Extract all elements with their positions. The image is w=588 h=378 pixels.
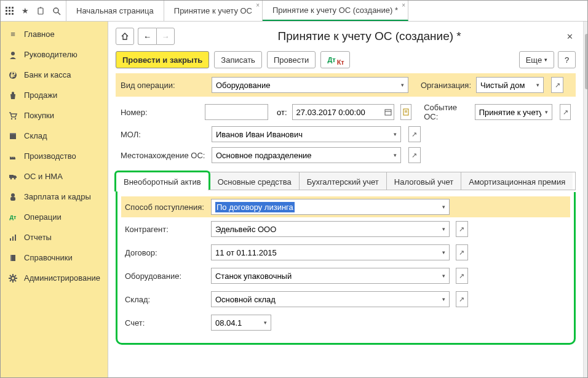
svg-line-34 (10, 275, 11, 276)
chevron-down-icon[interactable]: ▾ (533, 77, 544, 93)
sidebar-item-bank[interactable]: ₽Банк и касса (1, 65, 108, 85)
mol-select[interactable]: Иванов Иван Иванович▾ (212, 126, 401, 142)
open-button[interactable]: ↗ (551, 77, 563, 93)
svg-point-12 (11, 52, 15, 55)
close-button[interactable]: ✕ (564, 30, 576, 44)
chevron-down-icon[interactable]: ▾ (439, 268, 450, 284)
scrollbar-thumb[interactable] (585, 34, 588, 89)
open-button[interactable]: ↗ (408, 147, 421, 163)
svg-point-16 (15, 118, 16, 119)
history-icon[interactable] (36, 7, 45, 15)
forward-button[interactable]: → (156, 28, 175, 45)
svg-rect-8 (12, 13, 14, 15)
back-button[interactable]: ← (138, 28, 156, 45)
post-and-close-button[interactable]: Провести и закрыть (116, 51, 209, 68)
more-button[interactable]: Еще ▾ (519, 51, 554, 68)
factory-icon (8, 152, 18, 161)
sidebar-item-purchases[interactable]: Покупки (1, 105, 108, 126)
chevron-down-icon[interactable]: ▾ (439, 199, 450, 215)
close-icon[interactable]: × (402, 2, 405, 9)
number-input[interactable] (205, 104, 268, 120)
svg-point-10 (54, 8, 58, 13)
svg-rect-24 (10, 238, 11, 241)
chevron-down-icon[interactable]: ▾ (390, 126, 401, 142)
svg-rect-5 (12, 10, 14, 12)
post-button[interactable]: Провести (267, 51, 316, 68)
tab-tax[interactable]: Налоговый учет (387, 172, 461, 191)
open-button[interactable]: ↗ (560, 104, 571, 120)
tab-fixed-assets[interactable]: Основные средства (210, 172, 300, 191)
warehouse-select[interactable]: Основной склад▾ (211, 291, 450, 307)
open-button[interactable]: ↗ (456, 291, 468, 307)
sidebar-item-assets[interactable]: ОС и НМА (1, 166, 108, 187)
method-label: Способ поступления: (125, 203, 207, 212)
location-select[interactable]: Основное подразделение▾ (212, 147, 401, 163)
dtkt-button[interactable]: ДтКт (320, 51, 350, 68)
equipment-select[interactable]: Станок упаковочный▾ (211, 268, 450, 284)
help-button[interactable]: ? (558, 51, 576, 68)
chevron-down-icon[interactable]: ▾ (260, 315, 271, 331)
save-button[interactable]: Записать (214, 51, 262, 68)
sidebar-item-hr[interactable]: Зарплата и кадры (1, 187, 108, 207)
calendar-icon[interactable] (383, 104, 394, 120)
svg-point-21 (14, 177, 16, 179)
menu-icon: ≡ (8, 30, 18, 39)
apps-icon[interactable] (6, 7, 14, 15)
tab-doc1[interactable]: Принятие к учету ОС× (164, 1, 263, 21)
sidebar-item-reports[interactable]: Отчеты (1, 227, 108, 247)
sidebar-item-main[interactable]: ≡Главное (1, 24, 108, 44)
svg-rect-7 (9, 13, 10, 15)
doc-icon[interactable] (400, 104, 412, 120)
sidebar: ≡Главное Руководителю ₽Банк и касса Прод… (1, 22, 108, 377)
open-button[interactable]: ↗ (456, 244, 468, 260)
event-select[interactable]: Принятие к учету▾ (475, 104, 552, 120)
sidebar-item-production[interactable]: Производство (1, 146, 108, 166)
chevron-down-icon[interactable]: ▾ (390, 147, 401, 163)
svg-rect-17 (10, 134, 16, 139)
tab-home[interactable]: Начальная страница (66, 1, 164, 21)
svg-line-35 (15, 280, 16, 281)
tab-depreciation[interactable]: Амортизационная премия (461, 172, 573, 191)
chevron-down-icon[interactable]: ▾ (439, 221, 450, 237)
search-icon[interactable] (52, 7, 61, 15)
sidebar-item-refs[interactable]: Справочники (1, 247, 108, 268)
gear-icon (8, 274, 18, 283)
open-button[interactable]: ↗ (456, 268, 468, 284)
date-input[interactable]: 27.03.2017 0:00:00 (292, 104, 394, 120)
content: ← → Принятие к учету ОС (создание) * ✕ П… (108, 22, 583, 377)
org-select[interactable]: Чистый дом▾ (476, 77, 544, 93)
tab-accounting[interactable]: Бухгалтерский учет (300, 172, 387, 191)
chevron-down-icon[interactable]: ▾ (439, 291, 450, 307)
open-button[interactable]: ↗ (408, 126, 421, 142)
chevron-down-icon[interactable]: ▾ (439, 244, 450, 260)
tab-doc2[interactable]: Принятие к учету ОС (создание) *× (263, 1, 408, 21)
operation-type-select[interactable]: Оборудование▾ (212, 77, 408, 93)
location-label: Местонахождение ОС: (121, 151, 207, 160)
sidebar-item-operations[interactable]: ДтОперации (1, 207, 108, 227)
page-title: Принятие к учету ОС (создание) * (175, 30, 564, 43)
close-icon[interactable]: × (256, 2, 260, 9)
tabs-bar: Начальная страница Принятие к учету ОС× … (66, 1, 587, 21)
svg-rect-18 (10, 133, 16, 134)
home-button[interactable] (116, 28, 134, 45)
open-button[interactable]: ↗ (456, 221, 468, 237)
svg-point-20 (10, 177, 12, 179)
account-select[interactable]: 08.04.1▾ (211, 315, 271, 331)
svg-rect-4 (9, 10, 10, 12)
counterparty-select[interactable]: Эдельвейс ООО▾ (211, 221, 450, 237)
sidebar-item-manager[interactable]: Руководителю (1, 44, 108, 65)
sidebar-item-sales[interactable]: Продажи (1, 85, 108, 105)
tab-noncurrent-asset[interactable]: Внеоборотный актив (114, 171, 210, 191)
chevron-down-icon[interactable]: ▾ (397, 77, 408, 93)
person-icon (8, 193, 18, 201)
warehouse-label: Склад: (125, 295, 207, 304)
sidebar-item-admin[interactable]: Администрирование (1, 268, 108, 288)
star-icon[interactable]: ★ (22, 6, 29, 15)
cart-icon (8, 111, 18, 120)
scrollbar[interactable] (583, 22, 588, 377)
sidebar-item-warehouse[interactable]: Склад (1, 126, 108, 146)
method-select[interactable]: По договору лизинга▾ (211, 199, 450, 215)
chevron-down-icon[interactable]: ▾ (541, 104, 552, 120)
svg-line-11 (58, 12, 60, 15)
contract-select[interactable]: 11 от 01.11.2015▾ (211, 244, 450, 260)
